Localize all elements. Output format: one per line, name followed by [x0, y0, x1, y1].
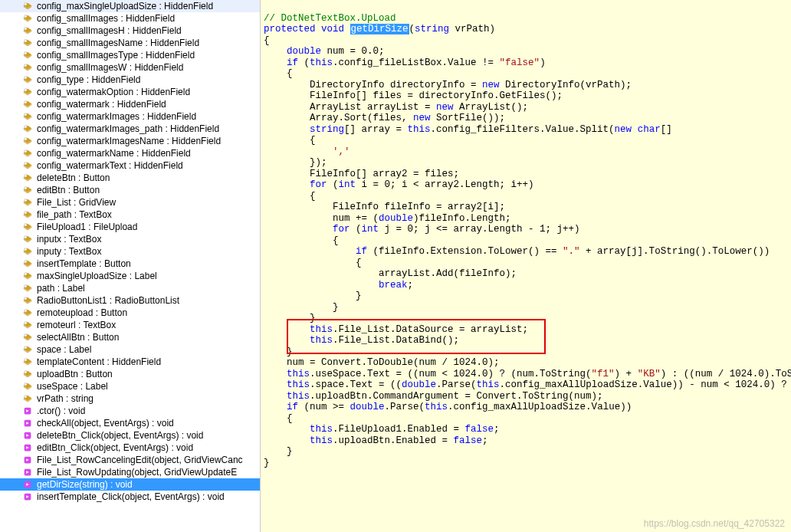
tree-item-label: file_path : TextBox [37, 209, 112, 220]
field-icon [21, 381, 34, 392]
tree-item[interactable]: config_maxSingleUploadSize : HiddenField [0, 0, 260, 12]
svg-point-13 [25, 163, 28, 166]
tree-item[interactable]: editBtn_Click(object, EventArgs) : void [0, 442, 260, 454]
field-icon [21, 271, 34, 281]
svg-point-12 [25, 150, 28, 153]
tree-item[interactable]: config_smallImagesW : HiddenField [0, 61, 260, 74]
tree-item[interactable]: file_path : TextBox [0, 209, 260, 221]
tree-item[interactable]: File_List : GridView [0, 196, 260, 209]
tree-item[interactable]: config_type : HiddenField [0, 74, 260, 86]
code-editor[interactable]: // DotNetTextBox.UpLoad protected void g… [261, 0, 791, 532]
tree-item[interactable]: RadioButtonList1 : RadioButtonList [0, 294, 260, 307]
field-icon [21, 25, 34, 36]
svg-point-18 [25, 224, 28, 227]
tree-item-label: insertTemplate : Button [37, 258, 131, 269]
tree-item-label: vrPath : string [37, 393, 94, 404]
tree-item-label: config_watermarkText : HiddenField [37, 160, 183, 171]
tree-item[interactable]: config_smallImagesName : HiddenField [0, 37, 260, 49]
svg-point-23 [25, 285, 28, 288]
tree-item[interactable]: path : Label [0, 282, 260, 294]
field-icon [21, 38, 34, 48]
tree-item-label: checkAll(object, EventArgs) : void [37, 418, 174, 429]
tree-item[interactable]: config_watermark : HiddenField [0, 98, 260, 110]
field-icon [21, 234, 34, 245]
tree-item-label: config_smallImagesType : HiddenField [37, 50, 195, 61]
field-icon [21, 185, 34, 195]
tree-item-label: File_List_RowUpdating(object, GridViewUp… [37, 467, 237, 478]
tree-item-label: config_watermarkName : HiddenField [37, 148, 191, 159]
svg-point-20 [25, 248, 28, 251]
tree-item[interactable]: config_smallImagesH : HiddenField [0, 25, 260, 37]
tree-item[interactable]: remoteupload : Button [0, 307, 260, 319]
svg-point-22 [25, 273, 28, 276]
tree-item-label: FileUpload1 : FileUpload [37, 222, 137, 232]
tree-item[interactable]: .ctor() : void [0, 405, 260, 417]
svg-point-7 [25, 89, 28, 92]
tree-item[interactable]: space : Label [0, 343, 260, 356]
tree-item[interactable]: vrPath : string [0, 392, 260, 405]
tree-item[interactable]: useSpace : Label [0, 380, 260, 392]
tree-item[interactable]: deleteBtn : Button [0, 172, 260, 184]
tree-item[interactable]: config_watermarkImagesName : HiddenField [0, 135, 260, 147]
field-icon [21, 99, 34, 110]
tree-item[interactable]: config_watermakOption : HiddenField [0, 86, 260, 98]
tree-item-label: config_maxSingleUploadSize : HiddenField [37, 1, 213, 11]
tree-item[interactable]: getDirSize(string) : void [0, 478, 260, 491]
method-icon [21, 418, 34, 429]
field-icon [21, 160, 34, 171]
field-icon [21, 307, 34, 318]
tree-item-label: config_smallImages : HiddenField [37, 13, 175, 24]
tree-item-label: config_type : HiddenField [37, 74, 140, 85]
highlight-box [287, 319, 546, 354]
svg-point-15 [25, 187, 28, 190]
svg-point-27 [25, 334, 28, 337]
field-icon [21, 50, 34, 61]
svg-point-11 [25, 138, 28, 141]
field-icon [21, 283, 34, 294]
tree-item[interactable]: config_watermarkText : HiddenField [0, 159, 260, 172]
svg-point-32 [25, 396, 28, 399]
tree-item[interactable]: insertTemplate : Button [0, 258, 260, 270]
tree-item[interactable]: config_watermarkImages : HiddenField [0, 110, 260, 123]
field-icon [21, 111, 34, 122]
tree-item-label: inputy : TextBox [37, 246, 102, 257]
svg-point-9 [25, 113, 28, 117]
tree-item-label: config_watermarkImages_path : HiddenFiel… [37, 123, 219, 134]
field-icon [21, 246, 34, 257]
tree-item[interactable]: inputy : TextBox [0, 245, 260, 258]
svg-point-3 [25, 40, 28, 43]
tree-item[interactable]: maxSingleUploadSize : Label [0, 270, 260, 282]
method-icon [21, 406, 34, 416]
tree-item-label: File_List : GridView [37, 197, 116, 208]
method-icon [21, 442, 34, 453]
tree-item-label: config_smallImagesH : HiddenField [37, 25, 182, 36]
tree-item[interactable]: insertTemplate_Click(object, EventArgs) … [0, 491, 260, 503]
tree-item[interactable]: FileUpload1 : FileUpload [0, 221, 260, 233]
method-icon [21, 467, 34, 478]
field-icon [21, 136, 34, 146]
tree-item[interactable]: selectAllBtn : Button [0, 331, 260, 343]
tree-panel[interactable]: config_maxSingleUploadSize : HiddenField… [0, 0, 261, 532]
code-comment: // DotNetTextBox.UpLoad [264, 13, 396, 24]
svg-point-10 [25, 126, 28, 129]
tree-item[interactable]: remoteurl : TextBox [0, 319, 260, 331]
svg-point-14 [25, 175, 28, 178]
tree-item[interactable]: config_watermarkName : HiddenField [0, 147, 260, 159]
tree-item[interactable]: config_watermarkImages_path : HiddenFiel… [0, 123, 260, 135]
tree-item[interactable]: editBtn : Button [0, 184, 260, 196]
tree-item[interactable]: deleteBtn_Click(object, EventArgs) : voi… [0, 429, 260, 442]
field-icon [21, 74, 34, 85]
tree-item[interactable]: config_smallImages : HiddenField [0, 12, 260, 25]
tree-item-label: selectAllBtn : Button [37, 332, 119, 343]
tree-item[interactable]: checkAll(object, EventArgs) : void [0, 417, 260, 429]
tree-item[interactable]: inputx : TextBox [0, 233, 260, 245]
tree-item[interactable]: File_List_RowCancelingEdit(object, GridV… [0, 454, 260, 466]
svg-point-6 [25, 77, 28, 80]
tree-item[interactable]: config_smallImagesType : HiddenField [0, 49, 260, 61]
tree-item[interactable]: File_List_RowUpdating(object, GridViewUp… [0, 466, 260, 478]
tree-item-label: editBtn_Click(object, EventArgs) : void [37, 442, 193, 453]
svg-point-29 [25, 359, 28, 362]
tree-item[interactable]: templateContent : HiddenField [0, 356, 260, 368]
tree-item-label: getDirSize(string) : void [37, 479, 133, 490]
tree-item[interactable]: uploadBtn : Button [0, 368, 260, 380]
